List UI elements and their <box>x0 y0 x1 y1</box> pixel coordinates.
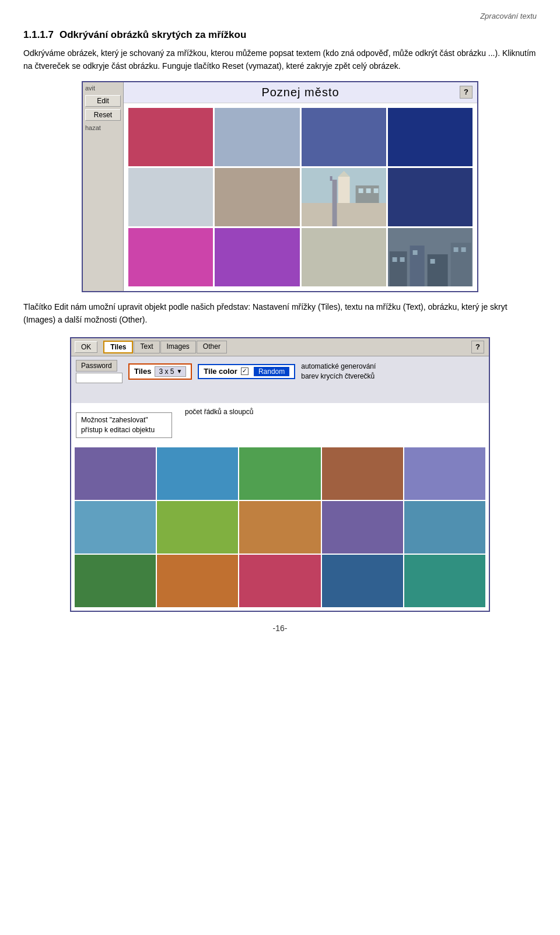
tiles-value: 3 x 5 <box>159 367 174 376</box>
tile-2[interactable] <box>215 108 299 166</box>
section-paragraph1: Odkrýváme obrázek, který je schovaný za … <box>23 47 537 73</box>
password-label: Password <box>76 360 117 372</box>
hazat-label: hazat <box>85 124 121 131</box>
first-screenshot-left-panel: avit Edit Reset hazat <box>83 82 124 291</box>
section-number: 1.1.1.7 <box>23 29 54 41</box>
tile-12-image[interactable] <box>388 228 473 286</box>
second-tile-grid <box>71 444 489 611</box>
section-title: Odkrývání obrázků skrytých za mřížkou <box>60 29 246 41</box>
tile2-11[interactable] <box>75 555 156 607</box>
svg-rect-5 <box>338 177 349 203</box>
tile-7-image[interactable] <box>302 168 386 226</box>
first-screenshot-help-button[interactable]: ? <box>460 86 473 99</box>
tab-text[interactable]: Text <box>134 341 159 353</box>
svg-rect-16 <box>400 257 404 262</box>
page-category-label: Zpracování textu <box>480 12 537 20</box>
svg-rect-19 <box>453 247 458 252</box>
svg-rect-11 <box>389 251 407 286</box>
tab-other[interactable]: Other <box>197 341 227 353</box>
tiles-control: Tiles 3 x 5 ▼ <box>128 363 192 380</box>
svg-rect-6 <box>355 185 379 203</box>
tile2-7[interactable] <box>157 501 238 554</box>
tile2-5[interactable] <box>404 447 485 500</box>
tile-color-label: Tile color <box>204 367 237 376</box>
tiles-dropdown-arrow: ▼ <box>176 368 182 374</box>
svg-rect-1 <box>302 203 386 226</box>
tile-color-checkbox[interactable] <box>241 367 249 375</box>
controls-area: Password Tiles 3 x 5 ▼ Tile color Random <box>71 356 489 403</box>
svg-rect-17 <box>412 250 417 255</box>
tab-tiles[interactable]: Tiles <box>103 341 133 353</box>
first-tile-grid <box>124 103 477 291</box>
tile2-10[interactable] <box>404 501 485 554</box>
edit-button[interactable]: Edit <box>85 95 121 107</box>
tile2-4[interactable] <box>322 447 403 500</box>
tile2-3[interactable] <box>239 447 320 500</box>
first-screenshot-right: Poznej město ? <box>124 82 477 291</box>
svg-rect-20 <box>461 247 466 252</box>
tile-color-control: Tile color Random <box>198 364 295 379</box>
tile2-14[interactable] <box>322 555 403 607</box>
tile-6[interactable] <box>215 168 299 226</box>
second-screenshot: OK Tiles Text Images Other ? Password Ti… <box>70 337 490 612</box>
tile-4[interactable] <box>388 108 473 166</box>
tile2-9[interactable] <box>322 501 403 554</box>
tile2-8[interactable] <box>239 501 320 554</box>
tile2-2[interactable] <box>157 447 238 500</box>
page-number: -16- <box>23 624 537 633</box>
svg-rect-15 <box>392 257 397 262</box>
tile2-13[interactable] <box>239 555 320 607</box>
second-screenshot-help-button[interactable]: ? <box>471 341 484 353</box>
random-button[interactable]: Random <box>254 367 289 376</box>
section-paragraph2: Tlačítko Edit nám umožní upravit objekt … <box>23 300 537 327</box>
tile2-6[interactable] <box>75 501 156 554</box>
tile-10[interactable] <box>215 228 299 286</box>
tile2-15[interactable] <box>404 555 485 607</box>
tile-5[interactable] <box>128 168 213 226</box>
reset-button[interactable]: Reset <box>85 109 121 121</box>
tile-3[interactable] <box>302 108 386 166</box>
avit-label: avit <box>85 85 121 92</box>
first-screenshot: avit Edit Reset hazat Poznej město ? <box>82 81 478 292</box>
svg-rect-18 <box>430 259 435 264</box>
tab-images[interactable]: Images <box>160 341 196 353</box>
tile-8[interactable] <box>388 168 473 226</box>
password-input[interactable] <box>76 373 123 383</box>
svg-rect-9 <box>373 188 378 193</box>
tab-bar: Tiles Text Images Other <box>103 341 227 353</box>
tile-1[interactable] <box>128 108 213 166</box>
tiles-label: Tiles <box>134 367 151 376</box>
first-screenshot-titlebar: Poznej město ? <box>124 82 477 103</box>
tiles-value-select[interactable]: 3 x 5 ▼ <box>155 366 186 377</box>
callout-password: Možnost "zaheslovat" přístup k editaci o… <box>76 412 172 438</box>
tile-11[interactable] <box>302 228 386 286</box>
auto-label: automatické generování barev krycích čtv… <box>301 362 376 381</box>
tile2-12[interactable] <box>157 555 238 607</box>
svg-rect-7 <box>358 188 363 193</box>
ok-button[interactable]: OK <box>75 341 97 353</box>
svg-rect-2 <box>332 180 337 226</box>
callout-tiles-count: počet řádků a sloupců <box>185 408 253 416</box>
svg-rect-3 <box>330 176 332 181</box>
tile2-1[interactable] <box>75 447 156 500</box>
first-screenshot-title: Poznej město <box>261 86 339 99</box>
svg-rect-8 <box>366 188 370 193</box>
tile-9[interactable] <box>128 228 213 286</box>
